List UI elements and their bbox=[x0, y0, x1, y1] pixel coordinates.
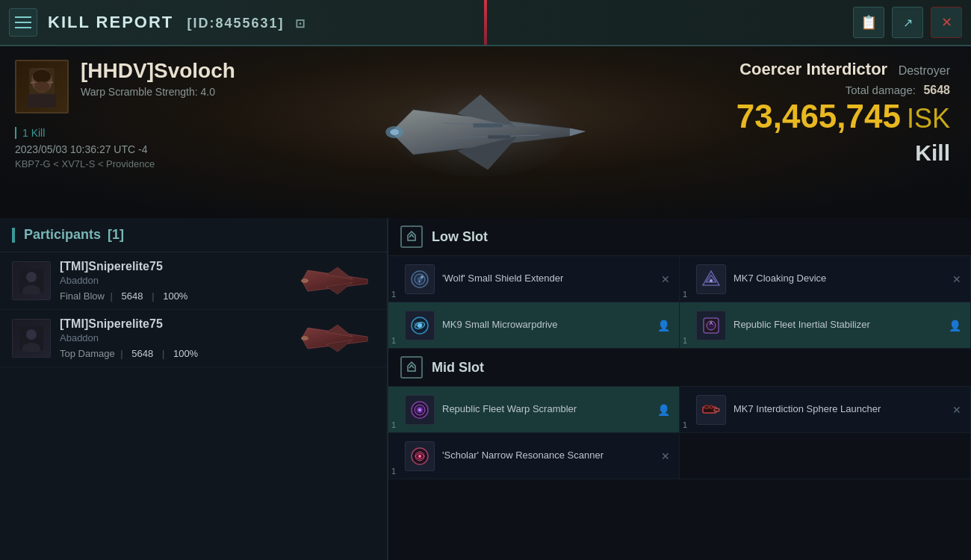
isk-row: 73,465,745 ISK bbox=[736, 97, 950, 134]
hero-section: [HHDV]Svoloch Warp Scramble Strength: 4.… bbox=[0, 46, 971, 218]
svg-point-24 bbox=[301, 279, 308, 283]
isk-label: ISK bbox=[907, 103, 950, 134]
main-content: Participants [1] [TMI]Sniperelite75 Abad… bbox=[0, 218, 971, 560]
ship-class: Coercer Interdictor bbox=[739, 60, 887, 78]
svg-rect-52 bbox=[714, 408, 719, 411]
participant-item: [TMI]Sniperelite75 Abaddon Top Damage | … bbox=[0, 310, 387, 367]
low-slot-icon bbox=[400, 225, 423, 248]
svg-point-39 bbox=[710, 279, 713, 282]
total-damage-value: 5648 bbox=[923, 84, 950, 96]
participant-ship-image bbox=[300, 321, 375, 355]
ship-type: Destroyer bbox=[899, 64, 950, 77]
isk-value: 73,465,745 bbox=[736, 100, 901, 133]
item-icon bbox=[696, 264, 726, 294]
participant-name: [TMI]Sniperelite75 bbox=[60, 260, 291, 273]
total-damage-label: Total damage: bbox=[846, 84, 916, 96]
mid-slot-icon bbox=[400, 356, 423, 379]
hero-location: KBP7-G < XV7L-S < Providence bbox=[15, 158, 269, 169]
mid-slot-header: Mid Slot bbox=[388, 349, 971, 387]
item-icon bbox=[696, 395, 726, 425]
header: KILL REPORT [ID:8455631] ⊡ 📋 ↗ ✕ bbox=[0, 0, 971, 46]
participant-name: [TMI]Sniperelite75 bbox=[60, 317, 291, 331]
export-button[interactable]: ↗ bbox=[892, 7, 923, 38]
damage-row: Total damage: 5648 bbox=[846, 84, 950, 97]
slot-item: 1 MK7 Cloaking Device ✕ bbox=[680, 256, 971, 302]
close-button[interactable]: ✕ bbox=[931, 7, 962, 38]
header-accent-bar bbox=[12, 228, 15, 243]
svg-marker-17 bbox=[570, 128, 585, 136]
item-name: MK7 Interdiction Sphere Launcher bbox=[733, 403, 942, 416]
close-icon[interactable]: ✕ bbox=[952, 404, 961, 416]
header-actions: 📋 ↗ ✕ bbox=[853, 7, 962, 38]
svg-line-5 bbox=[31, 82, 35, 83]
low-slot-header: Low Slot bbox=[388, 218, 971, 256]
svg-point-2 bbox=[33, 69, 51, 83]
svg-point-50 bbox=[418, 408, 421, 411]
hero-ship-stats: Coercer Interdictor Destroyer Total dama… bbox=[716, 46, 971, 218]
participants-title: Participants [1] bbox=[24, 227, 124, 243]
participant-avatar bbox=[12, 319, 51, 358]
avatar bbox=[15, 60, 69, 113]
pilot-kills: 1 Kill bbox=[15, 127, 269, 139]
kill-outcome: Kill bbox=[915, 140, 950, 166]
item-name: Republic Fleet Inertial Stabilizer bbox=[733, 319, 938, 332]
ship-svg bbox=[368, 72, 592, 192]
pilot-row: [HHDV]Svoloch Warp Scramble Strength: 4.… bbox=[15, 60, 269, 113]
participants-header: Participants [1] bbox=[0, 218, 387, 252]
slot-item: 1 MK9 Small Microwarpdrive 👤 bbox=[388, 302, 680, 349]
equipment-panel: Low Slot 1 + 'Wolf' Small bbox=[388, 218, 971, 560]
copy-icon: 📋 bbox=[860, 14, 877, 31]
svg-rect-54 bbox=[710, 405, 713, 408]
close-icon: ✕ bbox=[941, 14, 952, 31]
export-icon: ↗ bbox=[903, 16, 913, 30]
close-icon[interactable]: ✕ bbox=[952, 273, 961, 285]
participants-panel: Participants [1] [TMI]Sniperelite75 Abad… bbox=[0, 218, 388, 560]
mid-slot-title: Mid Slot bbox=[432, 360, 484, 376]
participant-info: [TMI]Sniperelite75 Abaddon Top Damage | … bbox=[60, 317, 291, 359]
slot-item: 1 Republic Fleet Inertial Stabilizer 👤 bbox=[680, 302, 971, 349]
pilot-warp-stat: Warp Scramble Strength: 4.0 bbox=[81, 86, 235, 98]
svg-point-26 bbox=[26, 329, 37, 340]
item-name: 'Scholar' Narrow Resonance Scanner bbox=[442, 449, 651, 462]
copy-button[interactable]: 📋 bbox=[853, 7, 884, 38]
participant-stats: Final Blow | 5648 | 100% bbox=[60, 290, 291, 302]
item-name: MK9 Small Microwarpdrive bbox=[442, 319, 647, 332]
participant-ship-image bbox=[300, 264, 375, 298]
participant-avatar bbox=[12, 261, 51, 300]
participant-ship: Abaddon bbox=[60, 332, 291, 343]
low-slot-items: 1 + 'Wolf' Small Shield Extender ✕ bbox=[388, 256, 971, 349]
svg-text:+: + bbox=[418, 279, 421, 285]
svg-rect-15 bbox=[473, 123, 503, 128]
pilot-info: [HHDV]Svoloch Warp Scramble Strength: 4.… bbox=[81, 60, 235, 98]
participant-item: [TMI]Sniperelite75 Abaddon Final Blow | … bbox=[0, 252, 387, 310]
svg-rect-4 bbox=[28, 94, 56, 108]
item-name: Republic Fleet Warp Scrambler bbox=[442, 403, 647, 416]
svg-rect-16 bbox=[488, 135, 510, 139]
low-slot-title: Low Slot bbox=[432, 229, 488, 245]
low-slot-section: Low Slot 1 + 'Wolf' Small bbox=[388, 218, 971, 349]
close-icon[interactable]: ✕ bbox=[661, 273, 670, 285]
item-icon bbox=[696, 311, 726, 340]
ship-class-row: Coercer Interdictor Destroyer bbox=[739, 60, 950, 79]
participant-ship: Abaddon bbox=[60, 275, 291, 286]
menu-button[interactable] bbox=[9, 8, 37, 37]
slot-item-empty bbox=[680, 433, 971, 479]
close-icon[interactable]: ✕ bbox=[661, 450, 670, 462]
person-icon: 👤 bbox=[949, 320, 961, 332]
svg-point-12 bbox=[390, 129, 399, 135]
item-icon bbox=[405, 311, 435, 340]
header-title: KILL REPORT [ID:8455631] ⊡ bbox=[48, 13, 306, 32]
mid-slot-items: 1 Republic Fleet Warp Scrambler 👤 bbox=[388, 387, 971, 479]
svg-line-6 bbox=[49, 82, 53, 83]
menu-line bbox=[15, 22, 31, 23]
item-icon: + bbox=[405, 264, 435, 294]
avatar-image bbox=[23, 64, 61, 109]
svg-rect-53 bbox=[704, 405, 709, 408]
svg-point-19 bbox=[26, 272, 37, 282]
svg-point-31 bbox=[301, 336, 308, 340]
copy-icon: ⊡ bbox=[295, 17, 306, 30]
svg-point-3 bbox=[34, 81, 49, 92]
item-name: MK7 Cloaking Device bbox=[733, 273, 942, 285]
mid-slot-section: Mid Slot 1 Republic Fleet Warp Scramble bbox=[388, 349, 971, 479]
item-icon bbox=[405, 441, 435, 471]
